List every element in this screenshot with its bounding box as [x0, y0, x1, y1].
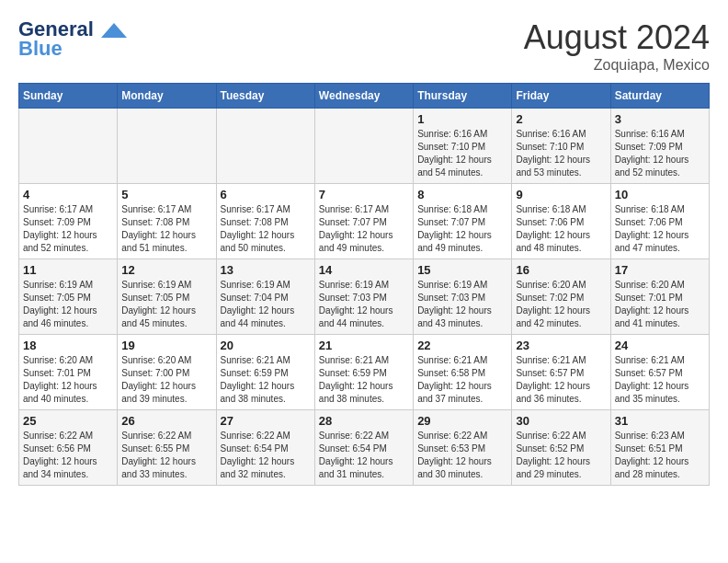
day-info: Sunrise: 6:20 AMSunset: 7:01 PMDaylight:…	[615, 279, 705, 330]
day-info: Sunrise: 6:16 AMSunset: 7:10 PMDaylight:…	[516, 128, 606, 179]
subtitle: Zoquiapa, Mexico	[524, 57, 710, 74]
day-number: 20	[221, 339, 311, 352]
day-number: 7	[319, 188, 409, 201]
day-info: Sunrise: 6:22 AMSunset: 6:56 PMDaylight:…	[23, 430, 113, 481]
calendar-header-monday: Monday	[118, 84, 216, 109]
day-info: Sunrise: 6:18 AMSunset: 7:07 PMDaylight:…	[417, 203, 507, 255]
day-number: 21	[319, 339, 409, 352]
calendar-cell: 28Sunrise: 6:22 AMSunset: 6:54 PMDayligh…	[314, 410, 413, 486]
day-info: Sunrise: 6:19 AMSunset: 7:05 PMDaylight:…	[121, 279, 211, 330]
calendar-header-wednesday: Wednesday	[314, 84, 413, 109]
day-info: Sunrise: 6:20 AMSunset: 7:01 PMDaylight:…	[23, 354, 113, 406]
day-info: Sunrise: 6:17 AMSunset: 7:08 PMDaylight:…	[221, 203, 311, 255]
day-number: 25	[23, 414, 113, 428]
calendar-cell: 9Sunrise: 6:18 AMSunset: 7:06 PMDaylight…	[512, 184, 610, 259]
calendar-week-3: 11Sunrise: 6:19 AMSunset: 7:05 PMDayligh…	[19, 259, 710, 335]
day-info: Sunrise: 6:22 AMSunset: 6:53 PMDaylight:…	[417, 430, 507, 481]
calendar-cell	[19, 109, 118, 184]
day-number: 8	[417, 188, 507, 201]
logo-icon	[101, 21, 127, 40]
day-info: Sunrise: 6:17 AMSunset: 7:09 PMDaylight:…	[23, 203, 113, 255]
day-number: 13	[221, 263, 311, 277]
day-info: Sunrise: 6:18 AMSunset: 7:06 PMDaylight:…	[516, 203, 606, 255]
day-info: Sunrise: 6:21 AMSunset: 6:57 PMDaylight:…	[615, 354, 705, 406]
calendar-week-5: 25Sunrise: 6:22 AMSunset: 6:56 PMDayligh…	[19, 410, 710, 486]
day-number: 5	[121, 188, 211, 201]
day-number: 6	[221, 188, 311, 201]
day-info: Sunrise: 6:21 AMSunset: 6:59 PMDaylight:…	[319, 354, 409, 406]
day-info: Sunrise: 6:22 AMSunset: 6:55 PMDaylight:…	[121, 430, 211, 481]
day-info: Sunrise: 6:20 AMSunset: 7:02 PMDaylight:…	[516, 279, 606, 330]
calendar-cell: 1Sunrise: 6:16 AMSunset: 7:10 PMDaylight…	[414, 109, 512, 184]
calendar-cell: 24Sunrise: 6:21 AMSunset: 6:57 PMDayligh…	[610, 335, 709, 410]
calendar-cell: 16Sunrise: 6:20 AMSunset: 7:02 PMDayligh…	[512, 259, 610, 335]
calendar-cell: 15Sunrise: 6:19 AMSunset: 7:03 PMDayligh…	[414, 259, 512, 335]
calendar-cell: 4Sunrise: 6:17 AMSunset: 7:09 PMDaylight…	[19, 184, 118, 259]
day-info: Sunrise: 6:22 AMSunset: 6:54 PMDaylight:…	[221, 430, 311, 481]
day-info: Sunrise: 6:22 AMSunset: 6:54 PMDaylight:…	[319, 430, 409, 481]
calendar-header-tuesday: Tuesday	[216, 84, 314, 109]
day-info: Sunrise: 6:18 AMSunset: 7:06 PMDaylight:…	[615, 203, 705, 255]
calendar-header-sunday: Sunday	[19, 84, 118, 109]
calendar-cell: 21Sunrise: 6:21 AMSunset: 6:59 PMDayligh…	[314, 335, 413, 410]
calendar-cell: 19Sunrise: 6:20 AMSunset: 7:00 PMDayligh…	[118, 335, 216, 410]
calendar-cell: 17Sunrise: 6:20 AMSunset: 7:01 PMDayligh…	[610, 259, 709, 335]
calendar-cell: 30Sunrise: 6:22 AMSunset: 6:52 PMDayligh…	[512, 410, 610, 486]
day-info: Sunrise: 6:19 AMSunset: 7:05 PMDaylight:…	[23, 279, 113, 330]
calendar-cell: 20Sunrise: 6:21 AMSunset: 6:59 PMDayligh…	[216, 335, 314, 410]
day-number: 30	[516, 414, 606, 428]
calendar-cell: 13Sunrise: 6:19 AMSunset: 7:04 PMDayligh…	[216, 259, 314, 335]
calendar-cell: 3Sunrise: 6:16 AMSunset: 7:09 PMDaylight…	[610, 109, 709, 184]
day-number: 10	[615, 188, 705, 201]
header: General Blue August 2024 Zoquiapa, Mexic…	[18, 18, 710, 74]
day-number: 18	[23, 339, 113, 352]
day-number: 19	[121, 339, 211, 352]
main-title: August 2024	[524, 18, 710, 57]
calendar-cell: 5Sunrise: 6:17 AMSunset: 7:08 PMDaylight…	[118, 184, 216, 259]
day-info: Sunrise: 6:21 AMSunset: 6:57 PMDaylight:…	[516, 354, 606, 406]
calendar-cell: 27Sunrise: 6:22 AMSunset: 6:54 PMDayligh…	[216, 410, 314, 486]
calendar-cell: 23Sunrise: 6:21 AMSunset: 6:57 PMDayligh…	[512, 335, 610, 410]
day-number: 17	[615, 263, 705, 277]
day-number: 15	[417, 263, 507, 277]
day-number: 3	[615, 112, 705, 126]
calendar-table: SundayMondayTuesdayWednesdayThursdayFrid…	[18, 83, 710, 486]
calendar-cell	[118, 109, 216, 184]
calendar-cell: 25Sunrise: 6:22 AMSunset: 6:56 PMDayligh…	[19, 410, 118, 486]
day-number: 23	[516, 339, 606, 352]
calendar-cell: 14Sunrise: 6:19 AMSunset: 7:03 PMDayligh…	[314, 259, 413, 335]
day-number: 4	[23, 188, 113, 201]
calendar-week-2: 4Sunrise: 6:17 AMSunset: 7:09 PMDaylight…	[19, 184, 710, 259]
calendar-cell: 10Sunrise: 6:18 AMSunset: 7:06 PMDayligh…	[610, 184, 709, 259]
day-number: 12	[121, 263, 211, 277]
day-number: 24	[615, 339, 705, 352]
day-number: 26	[121, 414, 211, 428]
day-info: Sunrise: 6:23 AMSunset: 6:51 PMDaylight:…	[615, 430, 705, 481]
day-info: Sunrise: 6:16 AMSunset: 7:10 PMDaylight:…	[417, 128, 507, 179]
day-number: 11	[23, 263, 113, 277]
day-info: Sunrise: 6:17 AMSunset: 7:08 PMDaylight:…	[121, 203, 211, 255]
calendar-cell: 22Sunrise: 6:21 AMSunset: 6:58 PMDayligh…	[414, 335, 512, 410]
day-number: 28	[319, 414, 409, 428]
calendar-cell: 18Sunrise: 6:20 AMSunset: 7:01 PMDayligh…	[19, 335, 118, 410]
day-number: 22	[417, 339, 507, 352]
calendar-cell	[216, 109, 314, 184]
day-info: Sunrise: 6:19 AMSunset: 7:04 PMDaylight:…	[221, 279, 311, 330]
day-info: Sunrise: 6:21 AMSunset: 6:58 PMDaylight:…	[417, 354, 507, 406]
day-number: 31	[615, 414, 705, 428]
day-number: 1	[417, 112, 507, 126]
calendar-header-friday: Friday	[512, 84, 610, 109]
day-info: Sunrise: 6:17 AMSunset: 7:07 PMDaylight:…	[319, 203, 409, 255]
calendar-cell: 26Sunrise: 6:22 AMSunset: 6:55 PMDayligh…	[118, 410, 216, 486]
svg-marker-0	[101, 23, 127, 38]
day-info: Sunrise: 6:22 AMSunset: 6:52 PMDaylight:…	[516, 430, 606, 481]
day-number: 27	[221, 414, 311, 428]
day-number: 9	[516, 188, 606, 201]
day-info: Sunrise: 6:19 AMSunset: 7:03 PMDaylight:…	[417, 279, 507, 330]
calendar-week-4: 18Sunrise: 6:20 AMSunset: 7:01 PMDayligh…	[19, 335, 710, 410]
day-number: 29	[417, 414, 507, 428]
day-info: Sunrise: 6:20 AMSunset: 7:00 PMDaylight:…	[121, 354, 211, 406]
calendar-cell: 12Sunrise: 6:19 AMSunset: 7:05 PMDayligh…	[118, 259, 216, 335]
day-info: Sunrise: 6:21 AMSunset: 6:59 PMDaylight:…	[221, 354, 311, 406]
day-number: 14	[319, 263, 409, 277]
